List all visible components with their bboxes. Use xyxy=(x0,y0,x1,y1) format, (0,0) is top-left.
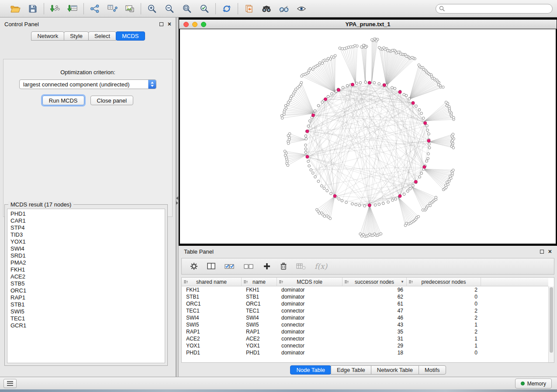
table-row[interactable]: ACE2ACE2connector311 xyxy=(182,335,548,342)
sort-icon xyxy=(243,279,248,284)
mcds-result-item[interactable]: PHD1 xyxy=(10,210,162,217)
save-session-icon[interactable] xyxy=(27,3,38,14)
mcds-result-item[interactable]: PMA2 xyxy=(10,259,162,266)
clone-network-icon[interactable] xyxy=(243,3,255,14)
split-panel-icon[interactable] xyxy=(207,261,216,272)
view-group xyxy=(238,3,312,14)
splitter-collapse-icons[interactable] xyxy=(176,196,178,205)
tab-mcds[interactable]: MCDS xyxy=(116,31,145,41)
tab-select[interactable]: Select xyxy=(88,31,116,41)
tab-edge-table[interactable]: Edge Table xyxy=(331,365,371,375)
tab-node-table[interactable]: Node Table xyxy=(290,365,331,375)
open-session-icon[interactable] xyxy=(10,3,21,14)
table-row[interactable]: YOX1YOX1connector291 xyxy=(182,342,548,349)
collapse-right-icon[interactable] xyxy=(176,201,178,205)
zoom-out-icon[interactable] xyxy=(164,3,175,14)
mcds-result-item[interactable]: SRD1 xyxy=(10,252,162,259)
table-options-gear-icon[interactable] xyxy=(190,261,198,272)
mcds-result-item[interactable]: TEC1 xyxy=(10,315,162,322)
mcds-result-item[interactable]: SWI5 xyxy=(10,308,162,315)
float-table-panel-icon[interactable] xyxy=(540,250,544,254)
function-builder-icon[interactable]: f(x) xyxy=(315,261,327,272)
show-panels-button[interactable] xyxy=(3,379,17,388)
tab-style[interactable]: Style xyxy=(64,31,89,41)
mcds-result-item[interactable]: SWI4 xyxy=(10,245,162,252)
table-cell: dominator xyxy=(277,314,343,321)
mcds-result-item[interactable]: GCR1 xyxy=(10,322,162,329)
mcds-result-item[interactable]: STP4 xyxy=(10,224,162,231)
memory-button[interactable]: Memory xyxy=(515,378,552,389)
mcds-result-item[interactable]: CAR1 xyxy=(10,217,162,224)
network-window-titlebar[interactable]: YPA_prune.txt_1 xyxy=(179,20,557,29)
column-header-name[interactable]: name xyxy=(242,278,277,286)
column-header-mcds-role[interactable]: MCDS role xyxy=(277,278,343,286)
column-header-predecessor-nodes[interactable]: predecessor nodes xyxy=(407,278,481,286)
window-minimize-button[interactable] xyxy=(192,22,197,27)
create-column-icon[interactable] xyxy=(263,261,271,272)
close-table-panel-icon[interactable]: × xyxy=(548,249,552,254)
float-panel-icon[interactable] xyxy=(159,22,163,26)
scrollbar-thumb[interactable] xyxy=(550,287,553,353)
table-cell: connector xyxy=(277,321,343,328)
table-row[interactable]: PHD1PHD1dominator180 xyxy=(182,349,548,356)
zoom-fit-icon[interactable] xyxy=(181,3,193,14)
select-all-rows-icon[interactable] xyxy=(225,261,235,272)
network-canvas-svg[interactable] xyxy=(180,29,556,244)
mcds-result-item[interactable]: TID3 xyxy=(10,231,162,238)
table-row[interactable]: ORC1ORC1dominator610 xyxy=(182,300,548,307)
dropdown-stepper-icon[interactable] xyxy=(148,80,156,89)
mcds-result-item[interactable]: YOX1 xyxy=(10,238,162,245)
mcds-result-item[interactable]: STB1 xyxy=(10,301,162,308)
close-panel-button[interactable]: Close panel xyxy=(90,96,134,105)
export-image-icon[interactable] xyxy=(124,3,135,14)
close-panel-icon[interactable]: × xyxy=(168,22,171,26)
control-panel-tabs: NetworkStyleSelectMCDS xyxy=(0,31,176,41)
mcds-result-item[interactable]: FKH1 xyxy=(10,266,162,273)
window-close-button[interactable] xyxy=(183,22,189,27)
network-window-title: YPA_prune.txt_1 xyxy=(345,21,390,28)
tab-network-table[interactable]: Network Table xyxy=(371,365,419,375)
table-scrollbar[interactable] xyxy=(548,286,554,362)
column-header-successor-nodes[interactable]: successor nodes▼ xyxy=(343,278,407,286)
network-group xyxy=(84,3,141,14)
window-zoom-button[interactable] xyxy=(201,22,206,27)
zoom-in-icon[interactable] xyxy=(146,3,158,14)
table-row[interactable]: SWI5SWI5connector431 xyxy=(182,321,548,328)
search-binoculars-icon[interactable] xyxy=(261,3,272,14)
search-input[interactable] xyxy=(436,4,553,14)
table-row[interactable]: STB1STB1dominator620 xyxy=(182,293,548,300)
show-hide-eye-icon[interactable] xyxy=(296,3,307,14)
table-row[interactable]: RAP1RAP1dominator352 xyxy=(182,328,548,335)
network-canvas[interactable] xyxy=(180,29,556,244)
mcds-result-item[interactable]: ORC1 xyxy=(10,287,162,294)
show-graphics-details-icon[interactable] xyxy=(278,3,290,14)
column-label: MCDS role xyxy=(297,279,322,285)
mcds-result-item[interactable]: STB5 xyxy=(10,280,162,287)
collapse-left-icon[interactable] xyxy=(176,196,178,200)
optimization-criterion-dropdown[interactable]: largest connected component (undirected) xyxy=(19,79,156,89)
mcds-result-list[interactable]: PHD1CAR1STP4TID3YOX1SWI4SRD1PMA2FKH1ACE2… xyxy=(7,209,165,363)
refresh-layout-icon[interactable] xyxy=(221,3,232,14)
sort-caret-icon[interactable]: ▼ xyxy=(401,280,404,284)
column-header-shared-name[interactable]: shared name xyxy=(182,278,242,286)
table-row[interactable]: TEC1TEC1connector472 xyxy=(182,307,548,314)
tab-network[interactable]: Network xyxy=(31,31,64,41)
table-row[interactable]: SWI4SWI4dominator462 xyxy=(182,314,548,321)
new-network-icon[interactable] xyxy=(89,3,100,14)
mcds-result-item[interactable]: RAP1 xyxy=(10,294,162,301)
main-toolbar xyxy=(0,0,557,17)
delete-table-icon[interactable] xyxy=(296,261,306,272)
tab-motifs[interactable]: Motifs xyxy=(419,365,446,375)
zoom-selected-icon[interactable] xyxy=(199,3,210,14)
import-network-icon[interactable] xyxy=(49,3,61,14)
optimization-criterion-label: Optimization criterion: xyxy=(3,69,172,76)
import-table-icon[interactable] xyxy=(67,3,78,14)
network-from-table-icon[interactable] xyxy=(107,3,118,14)
delete-column-icon[interactable] xyxy=(280,261,287,272)
dropdown-selected-value: largest connected component (undirected) xyxy=(20,81,148,88)
mcds-result-item[interactable]: ACE2 xyxy=(10,273,162,280)
deselect-all-rows-icon[interactable] xyxy=(244,261,254,272)
table-body[interactable]: FKH1FKH1dominator962STB1STB1dominator620… xyxy=(182,286,548,362)
run-mcds-button[interactable]: Run MCDS xyxy=(42,96,84,105)
table-row[interactable]: FKH1FKH1dominator962 xyxy=(182,286,548,293)
